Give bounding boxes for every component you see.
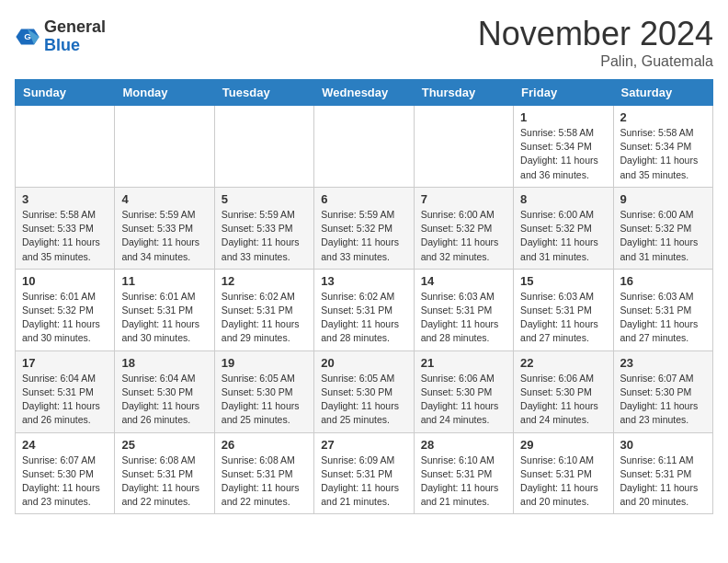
day-info: Sunrise: 6:11 AM Sunset: 5:31 PM Dayligh… [620, 454, 706, 510]
day-info: Sunrise: 6:00 AM Sunset: 5:32 PM Dayligh… [520, 208, 606, 264]
day-number: 13 [321, 274, 406, 288]
calendar-day-cell [214, 106, 313, 188]
calendar-table: SundayMondayTuesdayWednesdayThursdayFrid… [15, 79, 713, 514]
day-number: 20 [321, 356, 406, 370]
day-number: 24 [22, 438, 108, 452]
calendar-header-row: SundayMondayTuesdayWednesdayThursdayFrid… [16, 80, 713, 106]
calendar-day-cell: 22Sunrise: 6:06 AM Sunset: 5:30 PM Dayli… [514, 350, 613, 432]
calendar-day-cell: 6Sunrise: 5:59 AM Sunset: 5:32 PM Daylig… [314, 187, 414, 269]
day-info: Sunrise: 6:05 AM Sunset: 5:30 PM Dayligh… [321, 372, 406, 428]
calendar-week-row: 3Sunrise: 5:58 AM Sunset: 5:33 PM Daylig… [16, 187, 713, 269]
calendar-day-cell: 14Sunrise: 6:03 AM Sunset: 5:31 PM Dayli… [414, 269, 513, 350]
day-number: 19 [222, 356, 307, 370]
day-info: Sunrise: 5:59 AM Sunset: 5:33 PM Dayligh… [121, 208, 207, 264]
day-number: 27 [321, 438, 406, 452]
day-number: 28 [421, 438, 506, 452]
day-info: Sunrise: 6:09 AM Sunset: 5:31 PM Dayligh… [321, 454, 406, 510]
calendar-week-row: 17Sunrise: 6:04 AM Sunset: 5:31 PM Dayli… [16, 350, 713, 432]
day-info: Sunrise: 6:07 AM Sunset: 5:30 PM Dayligh… [22, 454, 108, 510]
calendar-day-cell: 10Sunrise: 6:01 AM Sunset: 5:32 PM Dayli… [16, 269, 115, 350]
calendar-day-cell [115, 106, 214, 188]
day-number: 17 [22, 356, 108, 370]
logo-icon: G [15, 24, 40, 50]
calendar-day-cell: 27Sunrise: 6:09 AM Sunset: 5:31 PM Dayli… [314, 432, 414, 514]
day-number: 18 [121, 356, 207, 370]
calendar-day-cell: 7Sunrise: 6:00 AM Sunset: 5:32 PM Daylig… [414, 187, 513, 269]
day-info: Sunrise: 6:00 AM Sunset: 5:32 PM Dayligh… [421, 208, 506, 264]
day-number: 2 [620, 110, 706, 124]
day-number: 15 [520, 274, 606, 288]
header: G General Blue November 2024 Palin, Guat… [15, 15, 713, 70]
day-number: 6 [321, 192, 406, 206]
calendar-weekday-header: Sunday [16, 80, 115, 106]
calendar-day-cell: 23Sunrise: 6:07 AM Sunset: 5:30 PM Dayli… [613, 350, 712, 432]
day-info: Sunrise: 6:07 AM Sunset: 5:30 PM Dayligh… [620, 372, 706, 428]
month-title: November 2024 [478, 15, 713, 53]
calendar-day-cell [314, 106, 414, 188]
day-number: 14 [421, 274, 506, 288]
day-info: Sunrise: 6:10 AM Sunset: 5:31 PM Dayligh… [421, 454, 506, 510]
page-container: G General Blue November 2024 Palin, Guat… [0, 0, 728, 522]
calendar-day-cell: 18Sunrise: 6:04 AM Sunset: 5:30 PM Dayli… [115, 350, 214, 432]
day-info: Sunrise: 6:04 AM Sunset: 5:30 PM Dayligh… [121, 372, 207, 428]
day-info: Sunrise: 6:03 AM Sunset: 5:31 PM Dayligh… [620, 290, 706, 346]
day-info: Sunrise: 5:58 AM Sunset: 5:34 PM Dayligh… [620, 126, 706, 182]
calendar-day-cell: 3Sunrise: 5:58 AM Sunset: 5:33 PM Daylig… [16, 187, 115, 269]
calendar-day-cell: 28Sunrise: 6:10 AM Sunset: 5:31 PM Dayli… [414, 432, 513, 514]
day-info: Sunrise: 6:00 AM Sunset: 5:32 PM Dayligh… [620, 208, 706, 264]
calendar-day-cell: 30Sunrise: 6:11 AM Sunset: 5:31 PM Dayli… [613, 432, 712, 514]
day-number: 26 [222, 438, 307, 452]
day-info: Sunrise: 6:06 AM Sunset: 5:30 PM Dayligh… [421, 372, 506, 428]
calendar-day-cell: 26Sunrise: 6:08 AM Sunset: 5:31 PM Dayli… [214, 432, 313, 514]
day-info: Sunrise: 6:02 AM Sunset: 5:31 PM Dayligh… [222, 290, 307, 346]
calendar-weekday-header: Wednesday [314, 80, 414, 106]
day-info: Sunrise: 6:06 AM Sunset: 5:30 PM Dayligh… [520, 372, 606, 428]
calendar-day-cell: 17Sunrise: 6:04 AM Sunset: 5:31 PM Dayli… [16, 350, 115, 432]
calendar-day-cell: 2Sunrise: 5:58 AM Sunset: 5:34 PM Daylig… [613, 106, 712, 188]
day-number: 4 [121, 192, 207, 206]
calendar-day-cell: 21Sunrise: 6:06 AM Sunset: 5:30 PM Dayli… [414, 350, 513, 432]
calendar-day-cell: 13Sunrise: 6:02 AM Sunset: 5:31 PM Dayli… [314, 269, 414, 350]
day-number: 22 [520, 356, 606, 370]
calendar-day-cell: 1Sunrise: 5:58 AM Sunset: 5:34 PM Daylig… [514, 106, 613, 188]
day-number: 1 [520, 110, 606, 124]
day-info: Sunrise: 6:08 AM Sunset: 5:31 PM Dayligh… [222, 454, 307, 510]
calendar-day-cell: 8Sunrise: 6:00 AM Sunset: 5:32 PM Daylig… [514, 187, 613, 269]
day-number: 29 [520, 438, 606, 452]
day-number: 16 [620, 274, 706, 288]
day-number: 8 [520, 192, 606, 206]
calendar-weekday-header: Tuesday [214, 80, 313, 106]
calendar-day-cell: 25Sunrise: 6:08 AM Sunset: 5:31 PM Dayli… [115, 432, 214, 514]
calendar-day-cell [414, 106, 513, 188]
calendar-day-cell: 19Sunrise: 6:05 AM Sunset: 5:30 PM Dayli… [214, 350, 313, 432]
logo-general-text: General [44, 18, 106, 37]
calendar-weekday-header: Monday [115, 80, 214, 106]
day-info: Sunrise: 5:58 AM Sunset: 5:34 PM Dayligh… [520, 126, 606, 182]
calendar-day-cell: 5Sunrise: 5:59 AM Sunset: 5:33 PM Daylig… [214, 187, 313, 269]
calendar-day-cell: 11Sunrise: 6:01 AM Sunset: 5:31 PM Dayli… [115, 269, 214, 350]
calendar-weekday-header: Saturday [613, 80, 712, 106]
calendar-day-cell [16, 106, 115, 188]
calendar-day-cell: 12Sunrise: 6:02 AM Sunset: 5:31 PM Dayli… [214, 269, 313, 350]
calendar-day-cell: 9Sunrise: 6:00 AM Sunset: 5:32 PM Daylig… [613, 187, 712, 269]
calendar-day-cell: 16Sunrise: 6:03 AM Sunset: 5:31 PM Dayli… [613, 269, 712, 350]
day-info: Sunrise: 6:08 AM Sunset: 5:31 PM Dayligh… [121, 454, 207, 510]
day-number: 30 [620, 438, 706, 452]
day-info: Sunrise: 5:59 AM Sunset: 5:33 PM Dayligh… [222, 208, 307, 264]
day-info: Sunrise: 6:04 AM Sunset: 5:31 PM Dayligh… [22, 372, 108, 428]
logo-blue-text: Blue [44, 37, 106, 55]
day-number: 21 [421, 356, 506, 370]
calendar-day-cell: 29Sunrise: 6:10 AM Sunset: 5:31 PM Dayli… [514, 432, 613, 514]
day-info: Sunrise: 6:10 AM Sunset: 5:31 PM Dayligh… [520, 454, 606, 510]
calendar-day-cell: 4Sunrise: 5:59 AM Sunset: 5:33 PM Daylig… [115, 187, 214, 269]
svg-text:G: G [24, 31, 31, 41]
day-number: 5 [222, 192, 307, 206]
day-number: 7 [421, 192, 506, 206]
calendar-weekday-header: Thursday [414, 80, 513, 106]
calendar-week-row: 1Sunrise: 5:58 AM Sunset: 5:34 PM Daylig… [16, 106, 713, 188]
calendar-day-cell: 15Sunrise: 6:03 AM Sunset: 5:31 PM Dayli… [514, 269, 613, 350]
day-info: Sunrise: 6:03 AM Sunset: 5:31 PM Dayligh… [421, 290, 506, 346]
calendar-weekday-header: Friday [514, 80, 613, 106]
day-number: 12 [222, 274, 307, 288]
day-info: Sunrise: 6:01 AM Sunset: 5:32 PM Dayligh… [22, 290, 108, 346]
